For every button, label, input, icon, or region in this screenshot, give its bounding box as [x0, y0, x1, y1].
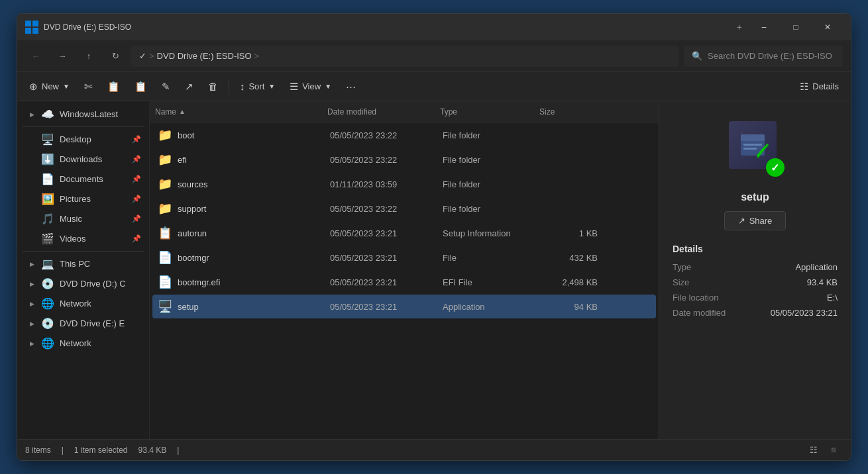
- sort-button[interactable]: ↕ Sort ▼: [233, 77, 282, 96]
- back-button[interactable]: ←: [25, 46, 46, 67]
- breadcrumb-icon: ✓: [139, 51, 146, 61]
- rename-button[interactable]: ✎: [155, 77, 177, 97]
- table-row[interactable]: 📄 bootmgr.efi 05/05/2023 23:21 EFI File …: [152, 270, 656, 294]
- details-date-row: Date modified 05/05/2023 23:21: [673, 308, 838, 318]
- music-icon: 🎵: [41, 213, 54, 225]
- forward-button[interactable]: →: [52, 46, 73, 67]
- maximize-button[interactable]: □: [781, 17, 811, 38]
- col-header-type[interactable]: Type: [435, 101, 534, 122]
- sidebar-item-network2[interactable]: ▶ 🌐 Network: [20, 334, 146, 353]
- refresh-button[interactable]: ↻: [105, 46, 126, 67]
- details-file-name: setup: [741, 191, 769, 203]
- window-icon: [25, 21, 38, 34]
- up-button[interactable]: ↑: [78, 46, 99, 67]
- sidebar-item-videos[interactable]: 🎬 Videos 📌: [20, 229, 146, 248]
- view-label: View: [302, 81, 321, 91]
- add-tab-button[interactable]: ＋: [729, 17, 749, 37]
- share-button[interactable]: ↗: [178, 77, 200, 97]
- cut-button[interactable]: ✄: [78, 77, 99, 97]
- file-name: bootmgr.efi: [178, 277, 220, 287]
- window-title: DVD Drive (E:) ESD-ISO: [44, 23, 729, 32]
- close-button[interactable]: ✕: [812, 17, 843, 38]
- file-name: autorun: [178, 228, 207, 238]
- file-name-cell: 📁 efi: [152, 152, 325, 167]
- address-bar: ← → ↑ ↻ ✓ > DVD Drive (E:) ESD-ISO > 🔍 S…: [17, 40, 851, 72]
- table-row[interactable]: 📁 boot 05/05/2023 23:22 File folder: [152, 123, 656, 147]
- sidebar-pinned-group: 🖥️ Desktop 📌 ⬇️ Downloads 📌 📄 Documents …: [17, 130, 149, 248]
- col-header-size[interactable]: Size: [534, 101, 600, 122]
- table-row[interactable]: 📁 efi 05/05/2023 23:22 File folder: [152, 148, 656, 171]
- sidebar-item-desktop[interactable]: 🖥️ Desktop 📌: [20, 130, 146, 149]
- table-row[interactable]: 📁 support 05/05/2023 23:22 File folder: [152, 197, 656, 220]
- folder-icon: 📁: [158, 128, 172, 142]
- status-separator: |: [62, 446, 64, 455]
- file-name: support: [178, 204, 206, 214]
- sidebar-groups: ▶ 💻 This PC ▶ 💿 DVD Drive (D:) C ▶ 🌐 Net…: [17, 254, 149, 353]
- search-icon: 🔍: [692, 51, 702, 61]
- sidebar-item-dvd-drive-d[interactable]: ▶ 💿 DVD Drive (D:) C: [20, 274, 146, 293]
- file-name: boot: [178, 130, 194, 140]
- details-type-value: Application: [795, 262, 838, 272]
- expand-icon: [28, 136, 36, 144]
- share-details-label: Share: [749, 216, 773, 226]
- dvd-drive-d-icon: 💿: [41, 277, 54, 290]
- sidebar-item-dvd-drive-e[interactable]: ▶ 💿 DVD Drive (E:) E: [20, 314, 146, 333]
- sidebar-label-this-pc: This PC: [60, 259, 141, 269]
- table-row[interactable]: 🖥️ setup 05/05/2023 23:21 Application 94…: [152, 295, 656, 318]
- setup-icon-svg: [737, 129, 769, 161]
- status-selection: 1 item selected: [74, 446, 128, 455]
- col-header-name[interactable]: Name ▲: [150, 101, 322, 122]
- details-icon: ☷: [800, 81, 808, 93]
- file-date-cell: 05/05/2023 23:22: [325, 130, 437, 140]
- new-button[interactable]: ⊕ New ▼: [23, 77, 76, 97]
- status-selection-size: 93.4 KB: [138, 446, 167, 455]
- file-type-cell: Application: [437, 302, 537, 312]
- main-area: ▶ ☁️ WindowsLatest 🖥️ Desktop 📌 ⬇️ Downl…: [17, 101, 851, 439]
- documents-icon: 📄: [41, 173, 54, 185]
- table-row[interactable]: 📄 bootmgr 05/05/2023 23:21 File 432 KB: [152, 246, 656, 269]
- grid-view-button[interactable]: ◾: [824, 442, 843, 458]
- sidebar-label-windows-latest: WindowsLatest: [60, 109, 141, 119]
- view-chevron-icon: ▼: [325, 83, 331, 90]
- sidebar-label-network2: Network: [60, 338, 141, 348]
- status-separator2: |: [177, 446, 179, 455]
- sidebar-label-documents: Documents: [60, 174, 127, 184]
- col-header-date[interactable]: Date modified: [322, 101, 435, 122]
- sidebar-item-pictures[interactable]: 🖼️ Pictures 📌: [20, 189, 146, 209]
- dvd-drive-e-icon: 💿: [41, 317, 54, 330]
- expand-icon: ▶: [28, 111, 36, 118]
- file-date-cell: 01/11/2023 03:59: [325, 179, 437, 189]
- sidebar-item-network1[interactable]: ▶ 🌐 Network: [20, 294, 146, 313]
- svg-rect-2: [743, 144, 762, 146]
- search-placeholder: Search DVD Drive (E:) ESD-ISO: [708, 51, 832, 61]
- share-details-button[interactable]: ↗ Share: [724, 211, 787, 230]
- table-row[interactable]: 📁 sources 01/11/2023 03:59 File folder: [152, 172, 656, 196]
- copy-button[interactable]: 📋: [101, 77, 127, 97]
- file-date-cell: 05/05/2023 23:21: [325, 228, 437, 238]
- paste-button[interactable]: 📋: [128, 77, 154, 97]
- file-type-cell: EFI File: [437, 277, 537, 287]
- sidebar-label-dvd-drive-d: DVD Drive (D:) C: [60, 279, 141, 289]
- sidebar-item-music[interactable]: 🎵 Music 📌: [20, 209, 146, 228]
- folder-icon: 📁: [158, 152, 172, 167]
- minimize-button[interactable]: –: [749, 17, 779, 38]
- sidebar-label-videos: Videos: [60, 234, 127, 244]
- breadcrumb-bar[interactable]: ✓ > DVD Drive (E:) ESD-ISO >: [131, 46, 678, 67]
- view-button[interactable]: ☰ View ▼: [283, 77, 338, 97]
- details-location-row: File location E:\: [673, 293, 838, 303]
- sidebar-divider-2: [23, 251, 144, 252]
- list-view-button[interactable]: ☷: [804, 442, 823, 458]
- delete-button[interactable]: 🗑: [201, 77, 225, 96]
- sidebar-item-downloads[interactable]: ⬇️ Downloads 📌: [20, 150, 146, 169]
- details-button[interactable]: ☷ Details: [793, 77, 845, 97]
- sidebar-item-this-pc[interactable]: ▶ 💻 This PC: [20, 254, 146, 273]
- more-button[interactable]: ⋯: [339, 77, 362, 97]
- delete-icon: 🗑: [208, 81, 218, 92]
- sidebar-item-documents[interactable]: 📄 Documents 📌: [20, 169, 146, 189]
- search-bar[interactable]: 🔍 Search DVD Drive (E:) ESD-ISO: [684, 46, 843, 67]
- cut-icon: ✄: [84, 81, 93, 93]
- network1-icon: 🌐: [41, 297, 54, 310]
- file-date-cell: 05/05/2023 23:21: [325, 277, 437, 287]
- sidebar-item-windows-latest[interactable]: ▶ ☁️ WindowsLatest: [20, 105, 146, 124]
- table-row[interactable]: 📋 autorun 05/05/2023 23:21 Setup Informa…: [152, 221, 656, 245]
